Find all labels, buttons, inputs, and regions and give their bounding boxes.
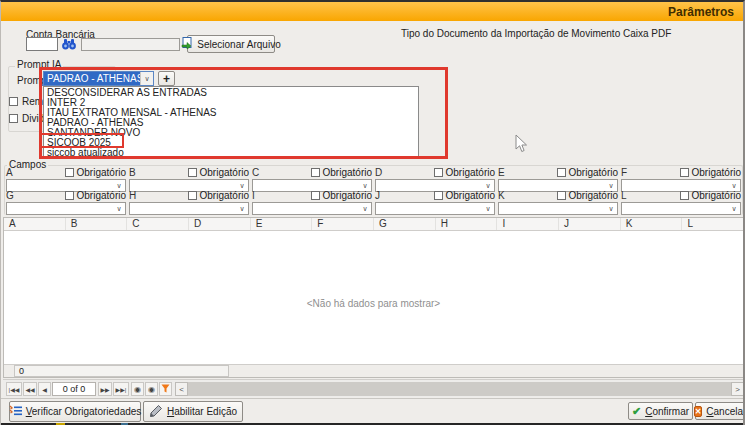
verificar-obrigatoriedades-button[interactable]: Verificar Obrigatoriedades xyxy=(9,401,141,422)
campo-field-k: K Obrigatório ∨ xyxy=(498,190,618,215)
campo-field-j: J Obrigatório ∨ xyxy=(375,190,495,215)
nav-refresh-button[interactable]: ◉ xyxy=(131,382,144,396)
grid-column-header[interactable]: A xyxy=(4,218,66,230)
checklist-icon xyxy=(9,404,22,419)
list-item[interactable]: siccob atualizado xyxy=(44,148,418,158)
grid-column-header[interactable]: I xyxy=(497,218,559,230)
chevron-down-icon[interactable]: ∨ xyxy=(728,203,740,214)
chevron-down-icon[interactable]: ∨ xyxy=(113,203,125,214)
obrigatorio-checkbox[interactable]: Obrigatório xyxy=(680,167,741,178)
nav-position-indicator: 0 of 0 xyxy=(52,382,96,396)
checkbox-icon[interactable] xyxy=(9,114,18,123)
grid-footer-cell: 0 xyxy=(14,365,229,377)
list-item[interactable]: DESCONSIDERAR AS ENTRADAS xyxy=(44,88,418,98)
grid-column-header[interactable]: E xyxy=(251,218,313,230)
confirmar-button[interactable]: ✔ Confirmar xyxy=(628,402,693,420)
campo-combo[interactable]: ∨ xyxy=(498,202,618,215)
tipo-documento-label: Tipo do Documento da Importação de Movim… xyxy=(401,28,671,39)
obrigatorio-checkbox[interactable]: Obrigatório xyxy=(311,190,372,201)
title-bar: Parâmetros xyxy=(1,2,743,21)
campo-field-e: E Obrigatório ∨ xyxy=(498,167,618,192)
nav-bookmark-button[interactable]: ◉ xyxy=(145,382,158,396)
scroll-left-button[interactable]: < xyxy=(175,382,188,396)
chevron-down-icon[interactable]: ∨ xyxy=(359,203,371,214)
obrigatorio-checkbox[interactable]: Obrigatório xyxy=(188,190,249,201)
obrigatorio-checkbox[interactable]: Obrigatório xyxy=(188,167,249,178)
grid-column-header[interactable]: D xyxy=(189,218,251,230)
nav-prev-button[interactable]: ◀ xyxy=(38,382,51,396)
chevron-down-icon[interactable]: ∨ xyxy=(482,203,494,214)
pencil-icon xyxy=(149,404,163,420)
conta-bancaria-input[interactable] xyxy=(26,37,58,51)
data-grid: A B C D E F G H I J K L <Não há dados pa… xyxy=(3,217,744,378)
grid-column-header[interactable]: H xyxy=(436,218,498,230)
search-binoculars-icon[interactable] xyxy=(61,37,77,55)
campo-field-h: H Obrigatório ∨ xyxy=(129,190,249,215)
campo-field-a: A Obrigatório ∨ xyxy=(6,167,126,192)
checkbox-icon[interactable] xyxy=(9,97,18,106)
campo-combo[interactable]: ∨ xyxy=(252,202,372,215)
nav-first-button[interactable]: |◀◀ xyxy=(6,382,22,396)
prompt-dropdown-list[interactable]: DESCONSIDERAR AS ENTRADAS INTER 2 ITAU E… xyxy=(43,86,419,157)
grid-column-header[interactable]: F xyxy=(312,218,374,230)
obrigatorio-checkbox[interactable]: Obrigatório xyxy=(65,190,126,201)
prompt-combo[interactable]: PADRAO - ATHENAS ∨ xyxy=(43,71,154,86)
chevron-down-icon[interactable]: ∨ xyxy=(236,203,248,214)
chevron-down-icon[interactable]: ∨ xyxy=(605,203,617,214)
campo-field-g: G Obrigatório ∨ xyxy=(6,190,126,215)
record-navigator: |◀◀ ◀◀ ◀ 0 of 0 ▶▶ ▶▶| ◉ ◉ < > xyxy=(3,379,744,397)
obrigatorio-checkbox[interactable]: Obrigatório xyxy=(311,167,372,178)
campo-combo[interactable]: ∨ xyxy=(6,202,126,215)
campo-combo[interactable]: ∨ xyxy=(621,202,741,215)
check-icon: ✔ xyxy=(632,405,641,418)
cancelar-button[interactable]: ✕ Cancelar xyxy=(695,402,745,420)
add-prompt-button[interactable]: + xyxy=(158,71,175,86)
nav-last-button[interactable]: ▶▶| xyxy=(113,382,129,396)
obrigatorio-checkbox[interactable]: Obrigatório xyxy=(434,190,495,201)
grid-header: A B C D E F G H I J K L xyxy=(4,218,743,231)
campo-combo[interactable]: ∨ xyxy=(129,202,249,215)
campo-field-d: D Obrigatório ∨ xyxy=(375,167,495,192)
grid-column-header[interactable]: B xyxy=(66,218,128,230)
filter-funnel-icon xyxy=(161,384,170,394)
grid-empty-message: <Não há dados para mostrar> xyxy=(4,298,743,309)
grid-column-header[interactable]: L xyxy=(682,218,743,230)
chevron-down-icon[interactable]: ∨ xyxy=(140,72,153,85)
campo-combo[interactable]: ∨ xyxy=(375,202,495,215)
filter-button[interactable] xyxy=(159,382,172,396)
grid-column-header[interactable]: G xyxy=(374,218,436,230)
obrigatorio-checkbox[interactable]: Obrigatório xyxy=(65,167,126,178)
select-file-icon xyxy=(181,37,193,51)
obrigatorio-checkbox[interactable]: Obrigatório xyxy=(557,167,618,178)
grid-column-header[interactable]: C xyxy=(127,218,189,230)
campo-field-c: C Obrigatório ∨ xyxy=(252,167,372,192)
grid-footer: 0 xyxy=(4,364,743,377)
obrigatorio-checkbox[interactable]: Obrigatório xyxy=(557,190,618,201)
campo-field-l: L Obrigatório ∨ xyxy=(621,190,741,215)
arquivo-path-field xyxy=(81,38,180,51)
nav-next-button[interactable]: ▶▶ xyxy=(98,382,112,396)
parametros-dialog: Parâmetros Conta Bancária Selecionar Arq… xyxy=(0,0,745,425)
nav-prev-page-button[interactable]: ◀◀ xyxy=(23,382,37,396)
obrigatorio-checkbox[interactable]: Obrigatório xyxy=(680,190,741,201)
horizontal-scrollbar-track[interactable] xyxy=(188,382,731,396)
prompt-ia-caption: Prompt IA xyxy=(15,59,63,70)
campo-field-i: I Obrigatório ∨ xyxy=(252,190,372,215)
campo-field-b: B Obrigatório ∨ xyxy=(129,167,249,192)
selecionar-arquivo-button[interactable]: Selecionar Arquivo xyxy=(187,35,275,53)
grid-column-header[interactable]: J xyxy=(559,218,621,230)
campo-field-f: F Obrigatório ∨ xyxy=(621,167,741,192)
cancel-x-icon: ✕ xyxy=(694,406,703,417)
mouse-cursor xyxy=(515,134,528,158)
habilitar-edicao-button[interactable]: Habilitar Edição xyxy=(143,401,243,422)
obrigatorio-checkbox[interactable]: Obrigatório xyxy=(434,167,495,178)
page-title: Parâmetros xyxy=(668,5,734,19)
grid-column-header[interactable]: K xyxy=(621,218,683,230)
scroll-right-button[interactable]: > xyxy=(731,382,744,396)
